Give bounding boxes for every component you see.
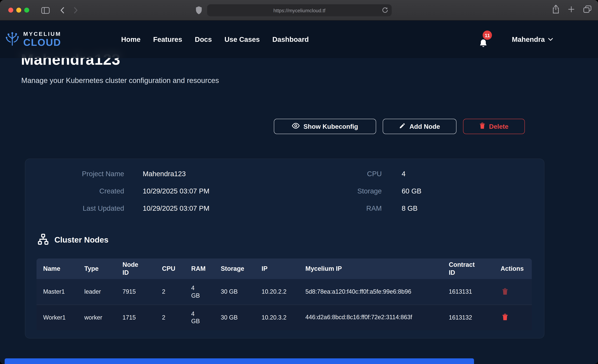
window-zoom-button[interactable] [24,8,29,13]
trash-icon [479,122,485,131]
col-storage: Storage [214,265,255,273]
nodes-table: Name Type Node ID CPU RAM Storage IP Myc… [36,258,532,330]
sidebar-toggle-icon[interactable] [41,6,50,14]
app-header: MYCELIUM CLOUD Home Features Docs Use Ca… [0,21,598,58]
storage-value: 60 GB [402,185,421,196]
browser-window: https://myceliumcloud.tf Mahendra123 Man… [0,0,598,364]
user-menu[interactable]: Mahendra [512,21,553,58]
project-name-label: Project Name [37,168,124,179]
cpu-value: 4 [402,168,421,179]
window-close-button[interactable] [8,8,13,13]
cell-storage: 30 GB [214,288,255,296]
cluster-nodes-title: Cluster Nodes [54,235,108,245]
cell-type: worker [78,314,116,321]
delete-node-button[interactable] [494,288,532,296]
cell-mycelium-ip: 446:d2a6:8bcd:8c16:ff0f:72e2:3114:863f [299,313,442,322]
address-bar[interactable]: https://myceliumcloud.tf [207,4,392,16]
toolbar-right-actions [552,5,591,15]
sitemap-icon [37,233,49,247]
browser-toolbar: https://myceliumcloud.tf [0,0,598,21]
pencil-icon [399,122,406,131]
cell-name: Worker1 [36,314,78,321]
footer-strip [5,358,474,364]
show-kubeconfig-button[interactable]: Show Kubeconfig [274,119,376,134]
delete-label: Delete [489,123,508,130]
reload-icon[interactable] [382,7,388,14]
notifications-button[interactable]: 11 [478,31,491,50]
user-name: Mahendra [512,35,545,43]
cell-contract-id: 1613132 [442,314,494,321]
cell-node-id: 1715 [116,314,155,321]
cell-ip: 10.20.2.2 [255,288,299,296]
page-subtitle: Manage your Kubernetes cluster configura… [21,76,219,85]
nav-item-use-cases[interactable]: Use Cases [224,35,260,43]
cell-name: Master1 [36,288,78,296]
mycelium-logo-icon [5,31,20,48]
cell-cpu: 2 [155,314,184,321]
cell-type: leader [78,288,116,296]
nodes-table-header: Name Type Node ID CPU RAM Storage IP Myc… [36,258,532,279]
col-contract-id: Contract ID [442,261,494,277]
show-kubeconfig-label: Show Kubeconfig [303,123,358,130]
nav-item-dashboard[interactable]: Dashboard [272,35,309,43]
forward-icon[interactable] [72,6,80,14]
cell-node-id: 7915 [116,288,155,296]
cell-contract-id: 1613131 [442,288,494,296]
traffic-lights [8,8,29,13]
col-name: Name [36,265,78,273]
delete-cluster-button[interactable]: Delete [463,119,525,134]
chevron-down-icon [548,36,553,42]
col-ip: IP [255,265,299,273]
privacy-shield-icon[interactable] [195,6,202,15]
cluster-details-right: CPU 4 Storage 60 GB RAM 8 GB [311,168,421,214]
cell-cpu: 2 [155,288,184,296]
cluster-nodes-heading: Cluster Nodes [37,233,108,247]
add-node-button[interactable]: Add Node [383,119,457,134]
add-node-label: Add Node [409,123,440,130]
cell-ip: 10.20.3.2 [255,314,299,321]
brand-line2: CLOUD [23,37,61,48]
col-cpu: CPU [155,265,184,273]
cluster-details-left: Project Name Mahendra123 Created 10/29/2… [37,168,209,214]
col-actions: Actions [494,265,532,273]
delete-node-button[interactable] [494,314,532,322]
back-icon[interactable] [58,6,66,14]
cluster-card: Project Name Mahendra123 Created 10/29/2… [25,159,544,339]
url-text: https://myceliumcloud.tf [273,8,325,13]
col-mycelium-ip: Mycelium IP [299,265,442,273]
cell-ram: 4 GB [184,310,214,325]
nav-item-docs[interactable]: Docs [195,35,212,43]
col-ram: RAM [184,265,214,273]
eye-icon [292,122,300,131]
nav-item-home[interactable]: Home [121,35,141,43]
created-label: Created [37,185,124,196]
cell-ram: 4 GB [184,284,214,299]
notification-badge: 11 [483,31,492,40]
tab-overview-icon[interactable] [583,5,591,14]
project-name-value: Mahendra123 [143,168,209,179]
ram-label: RAM [311,203,382,214]
main-nav: Home Features Docs Use Cases Dashboard [121,21,309,58]
last-updated-value: 10/29/2025 03:07 PM [143,203,209,214]
window-minimize-button[interactable] [16,8,21,13]
trash-icon [502,314,508,322]
last-updated-label: Last Updated [37,203,124,214]
created-value: 10/29/2025 03:07 PM [143,185,209,196]
ram-value: 8 GB [402,203,421,214]
nav-item-features[interactable]: Features [153,35,182,43]
table-row-master1: Master1 leader 7915 2 4 GB 30 GB 10.20.2… [36,279,532,305]
cell-storage: 30 GB [214,314,255,321]
share-icon[interactable] [552,5,559,15]
col-type: Type [78,265,116,273]
cluster-actions: Show Kubeconfig Add Node Delete [274,119,525,134]
storage-label: Storage [311,185,382,196]
table-row-worker1: Worker1 worker 1715 2 4 GB 30 GB 10.20.3… [36,305,532,330]
new-tab-icon[interactable] [568,6,574,13]
trash-icon [502,288,508,296]
col-node-id: Node ID [116,261,155,277]
cpu-label: CPU [311,168,382,179]
cell-mycelium-ip: 5d8:78ea:a120:f40c:ff0f:a5fe:99e6:8b96 [299,288,442,296]
bell-icon [479,39,488,50]
page-content: Mahendra123 Manage your Kubernetes clust… [0,21,598,364]
brand-logo[interactable]: MYCELIUM CLOUD [5,21,61,58]
